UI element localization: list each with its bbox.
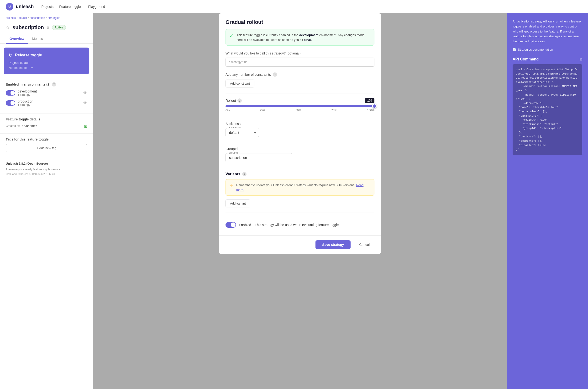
docs-link[interactable]: 📄 Strategies documentation (513, 48, 582, 51)
prod-toggle[interactable] (6, 100, 15, 106)
api-command-header: API Command ⧉ (513, 57, 582, 62)
modal-title: Gradual rollout (225, 19, 374, 25)
modal-body: ✓ This feature toggle is currently enabl… (219, 29, 381, 235)
strategy-title-input[interactable] (225, 58, 374, 67)
prod-eye-icon[interactable]: 👁 (83, 101, 87, 105)
stickiness-select-wrapper: default userId sessionId random ▾ (225, 128, 259, 137)
add-constraint-button[interactable]: Add constraint (225, 80, 254, 88)
copy-code-icon[interactable]: ⧉ (580, 57, 582, 62)
breadcrumb-subscription[interactable]: subscription (30, 16, 45, 20)
version-desc: The enterprise ready feature toggle serv… (6, 167, 87, 172)
edit-icon[interactable]: ✏ (31, 66, 33, 69)
groupid-input[interactable] (225, 153, 292, 162)
slider-fill (225, 105, 374, 107)
env-item-production: production 1 strategy 👁 (6, 99, 87, 107)
dev-eye-icon[interactable]: 👁 (83, 91, 87, 95)
project-label: Project: default (9, 61, 84, 65)
version-title: Unleash 5.8.2 (Open Source) (6, 162, 87, 165)
enabled-toggle[interactable] (225, 222, 236, 228)
save-strategy-button[interactable]: Save strategy (315, 240, 351, 249)
expand-icon[interactable]: ⊞ (84, 124, 87, 129)
variants-section: Variants ? ⚠ Remember to update your Unl… (225, 172, 374, 207)
star-icon: ☆ (6, 25, 10, 30)
prod-count: 1 strategy (18, 103, 33, 107)
info-banner: ✓ This feature toggle is currently enabl… (225, 29, 374, 46)
card-header: ↻ Release toggle (9, 52, 84, 58)
version-id: fee99ae3-8894-4c43-90e8-82422519b5cb (6, 172, 87, 175)
page-title: subscription (12, 24, 44, 31)
cancel-button[interactable]: Cancel (354, 240, 374, 249)
right-panel: An activation strategy will only run whe… (507, 13, 588, 389)
add-tag-button[interactable]: + Add new tag (6, 144, 87, 152)
tab-overview[interactable]: Overview (6, 34, 28, 44)
slider-label-75: 75% (331, 109, 337, 112)
stickiness-field: Stickiness default userId sessionId rand… (225, 128, 374, 137)
divider-5 (225, 212, 374, 212)
nav-links: Projects Feature toggles Playground (42, 5, 105, 9)
constraints-help-icon[interactable]: ? (273, 72, 277, 77)
rollout-label: Rollout ? (225, 98, 242, 103)
slider-label-25: 25% (260, 109, 265, 112)
prod-name: production (18, 99, 33, 103)
modal-header: Gradual rollout (219, 13, 381, 29)
description-label: No description. ✏ (9, 66, 84, 69)
slider-label-50: 50% (295, 109, 301, 112)
slider-thumb[interactable] (372, 104, 377, 108)
constraints-header: Add any number of constraints ? (225, 72, 374, 77)
slider-track (225, 105, 374, 107)
breadcrumb-default[interactable]: default (18, 16, 27, 20)
check-icon: ✓ (229, 33, 234, 39)
status-badge: Active (52, 25, 66, 30)
logo-icon: U (6, 3, 13, 10)
stickiness-select[interactable]: default userId sessionId random (225, 128, 259, 137)
right-panel-description: An activation strategy will only run whe… (513, 19, 582, 44)
modal-overlay: Gradual rollout ✓ This feature toggle is… (93, 13, 507, 389)
warning-icon: ⚠ (229, 183, 233, 188)
api-code-block: curl --location --request POST 'http://l… (513, 64, 582, 155)
modal: Gradual rollout ✓ This feature toggle is… (219, 13, 381, 254)
divider-2 (225, 117, 374, 117)
api-command-title: API Command (513, 57, 539, 62)
nav-feature-toggles[interactable]: Feature toggles (59, 5, 82, 9)
top-nav: U unleash Projects Feature toggles Playg… (0, 0, 588, 13)
created-value: 30/01/2024 (22, 125, 37, 128)
nav-projects[interactable]: Projects (42, 5, 54, 9)
rollout-slider-container (225, 105, 374, 107)
tab-metrics[interactable]: Metrics (28, 34, 47, 44)
rollout-help-icon[interactable]: ? (237, 98, 242, 103)
dev-toggle[interactable] (6, 90, 15, 96)
groupid-floating-label: groupId (228, 151, 239, 154)
variants-help-icon[interactable]: ? (242, 172, 247, 176)
dev-name: development (18, 89, 37, 93)
groupid-input-wrapper: groupId (225, 153, 374, 162)
content-area: Gradual rollout ✓ This feature toggle is… (93, 13, 507, 389)
add-variant-button[interactable]: Add variant (225, 199, 250, 207)
logo-area: U unleash (6, 3, 34, 10)
created-at-row: Created at: 30/01/2024 ⊞ (6, 124, 87, 129)
slider-labels: 0% 25% 50% 75% 100% (225, 109, 374, 112)
divider-4 (225, 167, 374, 167)
variants-warning-text: Remember to update your Unleash client! … (236, 183, 370, 192)
modal-footer: Save strategy Cancel (219, 235, 381, 254)
created-label: Created at: (6, 124, 20, 128)
breadcrumb-projects[interactable]: projects (6, 16, 16, 20)
variants-warning-banner: ⚠ Remember to update your Unleash client… (225, 179, 374, 196)
divider-1 (225, 93, 374, 94)
tags-section: Tags for this feature toggle + Add new t… (0, 133, 93, 156)
feature-details-title: Feature toggle details (6, 117, 87, 121)
book-icon: 📄 (513, 48, 516, 51)
divider-3 (225, 142, 374, 142)
enabled-row: Enabled – This strategy will be used whe… (225, 217, 374, 230)
copy-icon[interactable]: ⧉ (47, 26, 49, 30)
rollout-section: Rollout ? 100 (225, 98, 374, 112)
rollout-value: 100 (365, 98, 374, 103)
stickiness-label: Stickiness (225, 122, 374, 126)
version-section: Unleash 5.8.2 (Open Source) The enterpri… (0, 156, 93, 181)
help-icon[interactable]: ? (52, 82, 56, 87)
constraints-label: Add any number of constraints (225, 73, 271, 76)
refresh-icon: ↻ (9, 52, 13, 58)
breadcrumb-strategies: strategies (48, 16, 60, 20)
slider-label-0: 0% (225, 109, 229, 112)
nav-playground[interactable]: Playground (88, 5, 105, 9)
strategy-title-section: What would you like to call this strateg… (225, 51, 374, 67)
